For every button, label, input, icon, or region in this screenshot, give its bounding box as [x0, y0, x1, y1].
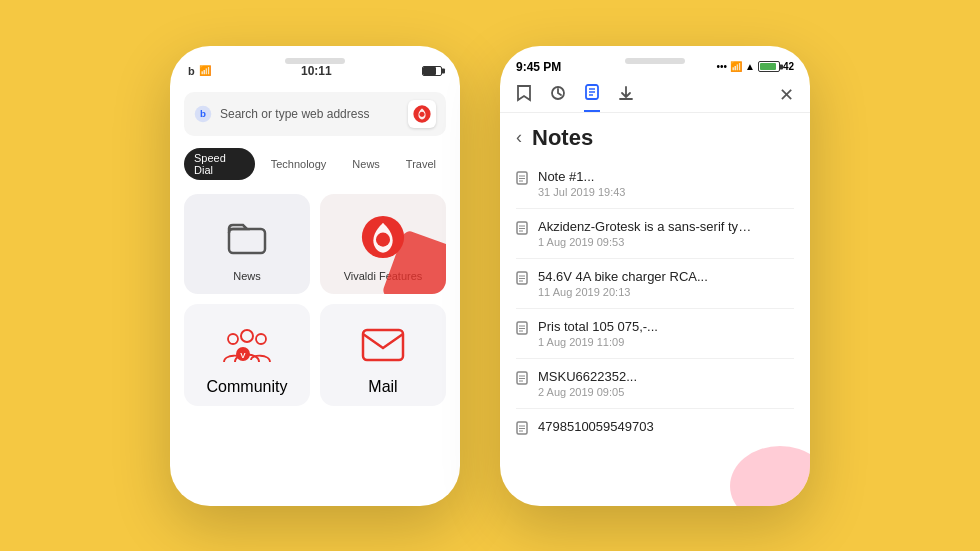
note-file-icon — [516, 371, 528, 388]
note-content: 54.6V 4A bike charger RCA... 11 Aug 2019… — [538, 269, 794, 298]
tab-speed-dial[interactable]: Speed Dial — [184, 148, 255, 180]
bookmark-toolbar-icon[interactable] — [516, 84, 532, 112]
svg-point-3 — [419, 111, 424, 116]
mail-label: Mail — [368, 378, 397, 396]
svg-text:V: V — [240, 351, 246, 360]
note-item[interactable]: 54.6V 4A bike charger RCA... 11 Aug 2019… — [516, 259, 794, 309]
note-content: Note #1... 31 Jul 2019 19:43 — [538, 169, 794, 198]
note-date: 2 Aug 2019 09:05 — [538, 386, 794, 398]
note-date: 1 Aug 2019 09:53 — [538, 236, 794, 248]
note-item[interactable]: Note #1... 31 Jul 2019 19:43 — [516, 159, 794, 209]
note-content: MSKU6622352... 2 Aug 2019 09:05 — [538, 369, 794, 398]
notes-toolbar: ✕ — [500, 78, 810, 113]
svg-point-6 — [376, 232, 390, 246]
status-icons-right: ••• 📶 ▲ 42 — [716, 61, 794, 72]
note-date: 1 Aug 2019 11:09 — [538, 336, 794, 348]
notes-title: Notes — [532, 125, 593, 151]
svg-point-7 — [241, 330, 253, 342]
dots-icon: ••• — [716, 61, 727, 72]
history-toolbar-icon[interactable] — [550, 85, 566, 111]
left-phone: b 📶 10:11 b Search or type web address — [170, 46, 460, 506]
note-title: 4798510059549703 — [538, 419, 758, 434]
speed-dial-grid: News Vivaldi Features — [170, 184, 460, 416]
status-bar-left: b 📶 10:11 — [170, 46, 460, 84]
battery-green-icon — [758, 61, 780, 72]
speed-dial-mail[interactable]: Mail — [320, 304, 446, 406]
people-icon: V — [222, 320, 272, 370]
phone-notch-right — [625, 58, 685, 64]
note-title: Pris total 105 075,-... — [538, 319, 758, 334]
svg-rect-4 — [229, 229, 265, 253]
folder-icon — [222, 212, 272, 262]
phone-notch — [285, 58, 345, 64]
search-bar[interactable]: b Search or type web address — [184, 92, 446, 136]
note-title: Note #1... — [538, 169, 758, 184]
note-file-icon — [516, 271, 528, 288]
tab-news[interactable]: News — [342, 154, 390, 174]
signal-bars-icon: 📶 — [730, 61, 742, 72]
note-file-icon — [516, 321, 528, 338]
notes-toolbar-icon[interactable] — [584, 84, 600, 112]
speed-dial-community[interactable]: V Community — [184, 304, 310, 406]
battery-percent: 42 — [783, 61, 794, 72]
vivaldi-status-icon: b — [188, 65, 195, 77]
battery-area-left — [422, 66, 442, 76]
speed-dial-vivaldi[interactable]: Vivaldi Features — [320, 194, 446, 294]
note-item[interactable]: Pris total 105 075,-... 1 Aug 2019 11:09 — [516, 309, 794, 359]
note-content: Pris total 105 075,-... 1 Aug 2019 11:09 — [538, 319, 794, 348]
tabs-row: Speed Dial Technology News Travel — [170, 144, 460, 184]
speed-dial-news[interactable]: News — [184, 194, 310, 294]
note-item[interactable]: MSKU6622352... 2 Aug 2019 09:05 — [516, 359, 794, 409]
community-label: Community — [207, 378, 288, 396]
time-left: 10:11 — [301, 64, 332, 78]
note-title: 54.6V 4A bike charger RCA... — [538, 269, 758, 284]
notes-list: Note #1... 31 Jul 2019 19:43 Akzidenz-Gr… — [500, 159, 810, 448]
status-icons-left: b 📶 — [188, 65, 211, 77]
back-button[interactable]: ‹ — [516, 127, 522, 148]
note-content: 4798510059549703 — [538, 419, 794, 434]
note-title: MSKU6622352... — [538, 369, 758, 384]
note-date: 11 Aug 2019 20:13 — [538, 286, 794, 298]
svg-rect-12 — [363, 330, 403, 360]
note-file-icon — [516, 421, 528, 438]
svg-point-8 — [228, 334, 238, 344]
note-item[interactable]: Akzidenz-Grotesk is a sans-serif typefac… — [516, 209, 794, 259]
close-toolbar-button[interactable]: ✕ — [779, 84, 794, 112]
wifi-icon: 📶 — [199, 65, 211, 76]
note-file-icon — [516, 171, 528, 188]
vivaldi-button[interactable] — [408, 100, 436, 128]
tab-technology[interactable]: Technology — [261, 154, 337, 174]
toolbar-icons — [516, 84, 634, 112]
download-toolbar-icon[interactable] — [618, 85, 634, 111]
decorative-blob — [730, 446, 810, 506]
time-right: 9:45 PM — [516, 60, 561, 74]
note-item[interactable]: 4798510059549703 — [516, 409, 794, 448]
battery-icon-left — [422, 66, 442, 76]
right-phone: 9:45 PM ••• 📶 ▲ 42 — [500, 46, 810, 506]
mail-icon — [358, 320, 408, 370]
search-placeholder: Search or type web address — [220, 107, 400, 121]
tab-travel[interactable]: Travel — [396, 154, 446, 174]
note-title: Akzidenz-Grotesk is a sans-serif typefac… — [538, 219, 758, 234]
note-date: 31 Jul 2019 19:43 — [538, 186, 794, 198]
vivaldi-logo: b — [194, 105, 212, 123]
wifi-icon-right: ▲ — [745, 61, 755, 72]
notes-header: ‹ Notes — [500, 113, 810, 159]
note-file-icon — [516, 221, 528, 238]
svg-point-9 — [256, 334, 266, 344]
note-content: Akzidenz-Grotesk is a sans-serif typefac… — [538, 219, 794, 248]
news-label: News — [233, 270, 261, 282]
svg-text:b: b — [200, 108, 206, 119]
